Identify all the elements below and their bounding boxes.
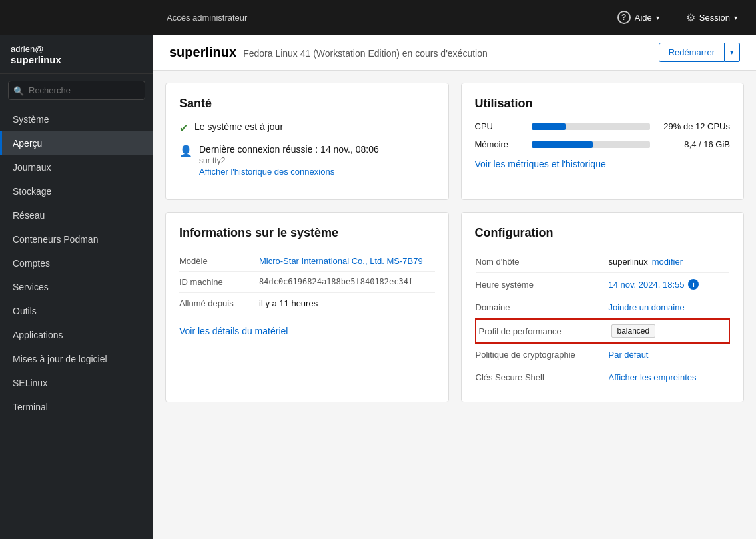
sidebar-nav: SystèmeAperçuJournauxStockageRéseauConte…: [0, 107, 153, 419]
utilisation-card: Utilisation CPU 29% de 12 CPUs Mémoire 8…: [461, 83, 745, 200]
sidebar-item-terminal[interactable]: Terminal: [0, 395, 153, 419]
cpu-label: CPU: [475, 121, 525, 131]
hostname-value: superlinux: [609, 257, 648, 267]
sysinfo-card: Informations sur le système ModèleMicro-…: [165, 212, 449, 402]
table-row: Allumé depuisil y a 11 heures: [179, 293, 435, 314]
sidebar-search-container: 🔍: [0, 74, 153, 107]
memory-value: 8,4 / 16 GiB: [657, 139, 730, 149]
cpu-bar-wrap: [532, 123, 651, 130]
metrics-link[interactable]: Voir les métriques et l'historique: [475, 159, 731, 169]
sidebar-item-apercu[interactable]: Aperçu: [0, 131, 153, 155]
content-header-title: superlinux Fedora Linux 41 (Workstation …: [169, 45, 488, 60]
table-row: DomaineJoindre un domaine: [476, 296, 730, 320]
perf-badge[interactable]: balanced: [611, 324, 656, 338]
memory-label: Mémoire: [475, 139, 525, 149]
admin-access-label: Accès administrateur: [13, 13, 247, 23]
hardware-details-link[interactable]: Voir les détails du matériel: [179, 326, 435, 336]
gear-icon: ⚙: [686, 11, 695, 24]
hostname-modifier-link[interactable]: modifier: [652, 257, 683, 267]
sidebar: adrien@ superlinux 🔍 SystèmeAperçuJourna…: [0, 35, 153, 539]
memory-row: Mémoire 8,4 / 16 GiB: [475, 139, 731, 149]
session-button[interactable]: ⚙ Session ▾: [681, 7, 743, 28]
sidebar-item-journaux[interactable]: Journaux: [0, 155, 153, 179]
table-row: ModèleMicro-Star International Co., Ltd.…: [179, 251, 435, 272]
header-actions: Redémarrer ▾: [659, 43, 740, 62]
config-link[interactable]: Afficher les empreintes: [609, 372, 697, 382]
restart-dropdown-button[interactable]: ▾: [725, 43, 740, 62]
time-info-icon[interactable]: i: [688, 279, 699, 290]
restart-button[interactable]: Redémarrer: [659, 43, 725, 62]
up-to-date-label: Le système est à jour: [194, 121, 283, 132]
config-link[interactable]: Par défaut: [609, 350, 649, 360]
sidebar-user-email: adrien@: [11, 44, 143, 54]
user-icon: 👤: [179, 145, 192, 157]
sysinfo-card-title: Informations sur le système: [179, 226, 435, 240]
last-login-label: Dernière connexion réussie : 14 nov., 08…: [199, 144, 379, 155]
content-header: superlinux Fedora Linux 41 (Workstation …: [153, 35, 756, 71]
sidebar-item-conteneurs[interactable]: Conteneurs Podman: [0, 227, 153, 251]
system-time-link[interactable]: 14 nov. 2024, 18:55: [609, 280, 685, 290]
health-card-title: Santé: [179, 97, 435, 111]
health-up-to-date: ✔ Le système est à jour: [179, 121, 435, 135]
help-icon: ?: [617, 11, 631, 24]
login-history-link[interactable]: Afficher l'historique des connexions: [199, 167, 379, 177]
memory-bar-wrap: [532, 141, 651, 148]
sidebar-item-outils[interactable]: Outils: [0, 299, 153, 323]
table-row: Nom d'hôtesuperlinuxmodifier: [476, 251, 730, 273]
table-row: Profil de performancebalanced: [476, 319, 730, 343]
last-login-sub: sur tty2: [199, 156, 379, 165]
search-input[interactable]: [8, 81, 145, 100]
sidebar-item-systeme[interactable]: Système: [0, 107, 153, 131]
sidebar-item-mises-a-jour[interactable]: Mises à jour de logiciel: [0, 347, 153, 371]
help-chevron-icon: ▾: [656, 14, 659, 21]
cpu-row: CPU 29% de 12 CPUs: [475, 121, 731, 131]
utilisation-card-title: Utilisation: [475, 97, 731, 111]
cpu-value: 29% de 12 CPUs: [657, 121, 730, 131]
sidebar-item-stockage[interactable]: Stockage: [0, 179, 153, 203]
search-icon: 🔍: [13, 85, 24, 95]
sidebar-item-comptes[interactable]: Comptes: [0, 251, 153, 275]
help-button[interactable]: ? Aide ▾: [612, 7, 665, 28]
sidebar-user: adrien@ superlinux: [0, 35, 153, 74]
system-status-label: Fedora Linux 41 (Workstation Edition) en…: [243, 48, 488, 59]
sidebar-item-reseau[interactable]: Réseau: [0, 203, 153, 227]
cards-grid: Santé ✔ Le système est à jour 👤 Dernière…: [153, 71, 756, 414]
main-content: superlinux Fedora Linux 41 (Workstation …: [153, 35, 756, 539]
sysinfo-link[interactable]: Micro-Star International Co., Ltd. MS-7B…: [259, 256, 423, 266]
table-row: Clés Secure ShellAfficher les empreintes: [476, 366, 730, 389]
topbar: Accès administrateur ? Aide ▾ ⚙ Session …: [0, 0, 756, 35]
config-card: Configuration Nom d'hôtesuperlinuxmodifi…: [461, 212, 745, 402]
config-link[interactable]: Joindre un domaine: [609, 302, 685, 312]
table-row: Heure système14 nov. 2024, 18:55i: [476, 273, 730, 296]
config-table: Nom d'hôtesuperlinuxmodifierHeure systèm…: [475, 251, 731, 388]
table-row: ID machine84dc0c6196824a188be5f840182ec3…: [179, 272, 435, 293]
memory-bar: [532, 141, 593, 148]
session-chevron-icon: ▾: [734, 14, 737, 21]
sidebar-item-applications[interactable]: Applications: [0, 323, 153, 347]
sidebar-item-services[interactable]: Services: [0, 275, 153, 299]
checkmark-icon: ✔: [179, 122, 188, 135]
sidebar-item-selinux[interactable]: SELinux: [0, 371, 153, 395]
sysinfo-table: ModèleMicro-Star International Co., Ltd.…: [179, 251, 435, 314]
sidebar-username: superlinux: [11, 54, 143, 65]
health-last-login: 👤 Dernière connexion réussie : 14 nov., …: [179, 144, 435, 177]
hostname-label: superlinux: [169, 45, 236, 60]
table-row: Politique de cryptographiePar défaut: [476, 343, 730, 366]
config-card-title: Configuration: [475, 226, 731, 240]
cpu-bar: [532, 123, 566, 130]
health-card: Santé ✔ Le système est à jour 👤 Dernière…: [165, 83, 449, 200]
